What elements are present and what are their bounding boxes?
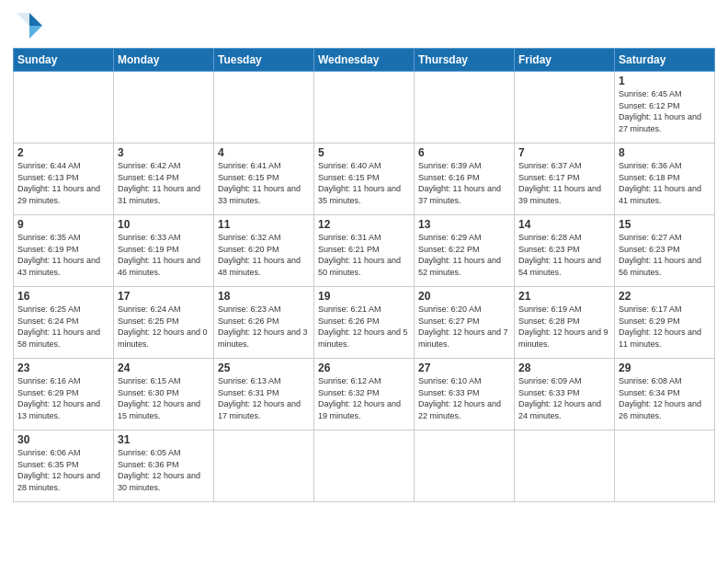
calendar-cell: 24Sunrise: 6:15 AM Sunset: 6:30 PM Dayli… [114, 359, 214, 431]
day-number: 18 [218, 290, 310, 303]
day-info: Sunrise: 6:31 AM Sunset: 6:21 PM Dayligh… [318, 232, 410, 278]
calendar-cell: 22Sunrise: 6:17 AM Sunset: 6:29 PM Dayli… [615, 287, 715, 359]
calendar-cell: 19Sunrise: 6:21 AM Sunset: 6:26 PM Dayli… [314, 287, 415, 359]
calendar-cell [415, 72, 515, 144]
calendar-cell: 30Sunrise: 6:06 AM Sunset: 6:35 PM Dayli… [14, 431, 114, 502]
col-sunday: Sunday [14, 49, 114, 72]
day-info: Sunrise: 6:19 AM Sunset: 6:28 PM Dayligh… [518, 304, 610, 350]
calendar-cell: 15Sunrise: 6:27 AM Sunset: 6:23 PM Dayli… [615, 215, 715, 287]
day-number: 9 [17, 218, 109, 231]
calendar-cell: 16Sunrise: 6:25 AM Sunset: 6:24 PM Dayli… [14, 287, 114, 359]
calendar-cell [214, 72, 314, 144]
col-tuesday: Tuesday [214, 49, 314, 72]
logo [13, 9, 50, 42]
calendar-cell: 3Sunrise: 6:42 AM Sunset: 6:14 PM Daylig… [114, 144, 214, 215]
calendar-body: 1Sunrise: 6:45 AM Sunset: 6:12 PM Daylig… [14, 72, 715, 502]
calendar-week-row: 23Sunrise: 6:16 AM Sunset: 6:29 PM Dayli… [14, 359, 715, 431]
calendar-cell: 25Sunrise: 6:13 AM Sunset: 6:31 PM Dayli… [214, 359, 314, 431]
calendar-cell [515, 72, 615, 144]
day-info: Sunrise: 6:23 AM Sunset: 6:26 PM Dayligh… [218, 304, 310, 350]
calendar-table: Sunday Monday Tuesday Wednesday Thursday… [13, 48, 715, 502]
day-info: Sunrise: 6:21 AM Sunset: 6:26 PM Dayligh… [318, 304, 410, 350]
day-info: Sunrise: 6:27 AM Sunset: 6:23 PM Dayligh… [619, 232, 711, 278]
day-info: Sunrise: 6:12 AM Sunset: 6:32 PM Dayligh… [318, 375, 410, 421]
day-info: Sunrise: 6:32 AM Sunset: 6:20 PM Dayligh… [218, 232, 310, 278]
calendar-cell: 6Sunrise: 6:39 AM Sunset: 6:16 PM Daylig… [415, 144, 515, 215]
calendar-cell: 26Sunrise: 6:12 AM Sunset: 6:32 PM Dayli… [314, 359, 415, 431]
day-number: 12 [318, 218, 410, 231]
calendar-cell: 27Sunrise: 6:10 AM Sunset: 6:33 PM Dayli… [415, 359, 515, 431]
day-info: Sunrise: 6:20 AM Sunset: 6:27 PM Dayligh… [418, 304, 510, 350]
calendar-cell: 13Sunrise: 6:29 AM Sunset: 6:22 PM Dayli… [415, 215, 515, 287]
day-number: 6 [418, 146, 510, 159]
calendar-cell [14, 72, 114, 144]
day-info: Sunrise: 6:36 AM Sunset: 6:18 PM Dayligh… [619, 160, 711, 206]
day-info: Sunrise: 6:05 AM Sunset: 6:36 PM Dayligh… [118, 447, 210, 493]
calendar-cell: 29Sunrise: 6:08 AM Sunset: 6:34 PM Dayli… [615, 359, 715, 431]
day-number: 17 [118, 290, 210, 303]
col-thursday: Thursday [415, 49, 515, 72]
calendar-week-row: 9Sunrise: 6:35 AM Sunset: 6:19 PM Daylig… [14, 215, 715, 287]
day-number: 13 [418, 218, 510, 231]
calendar-cell: 28Sunrise: 6:09 AM Sunset: 6:33 PM Dayli… [515, 359, 615, 431]
day-number: 25 [218, 362, 310, 374]
calendar-week-row: 1Sunrise: 6:45 AM Sunset: 6:12 PM Daylig… [14, 72, 715, 144]
day-number: 27 [418, 362, 510, 374]
day-number: 28 [518, 362, 610, 374]
calendar-week-row: 30Sunrise: 6:06 AM Sunset: 6:35 PM Dayli… [14, 431, 715, 502]
day-number: 4 [218, 146, 310, 159]
calendar-cell: 20Sunrise: 6:20 AM Sunset: 6:27 PM Dayli… [415, 287, 515, 359]
calendar-cell [314, 431, 415, 502]
calendar-cell: 7Sunrise: 6:37 AM Sunset: 6:17 PM Daylig… [515, 144, 615, 215]
calendar-week-row: 2Sunrise: 6:44 AM Sunset: 6:13 PM Daylig… [14, 144, 715, 215]
calendar-cell: 21Sunrise: 6:19 AM Sunset: 6:28 PM Dayli… [515, 287, 615, 359]
day-number: 30 [17, 433, 109, 446]
day-info: Sunrise: 6:16 AM Sunset: 6:29 PM Dayligh… [17, 375, 109, 421]
day-info: Sunrise: 6:15 AM Sunset: 6:30 PM Dayligh… [118, 375, 210, 421]
calendar-cell [515, 431, 615, 502]
day-info: Sunrise: 6:29 AM Sunset: 6:22 PM Dayligh… [418, 232, 510, 278]
calendar-cell: 8Sunrise: 6:36 AM Sunset: 6:18 PM Daylig… [615, 144, 715, 215]
day-info: Sunrise: 6:24 AM Sunset: 6:25 PM Dayligh… [118, 304, 210, 350]
day-info: Sunrise: 6:08 AM Sunset: 6:34 PM Dayligh… [619, 375, 711, 421]
header [13, 9, 715, 42]
page: Sunday Monday Tuesday Wednesday Thursday… [0, 0, 728, 508]
day-number: 23 [17, 362, 109, 374]
calendar-cell: 23Sunrise: 6:16 AM Sunset: 6:29 PM Dayli… [14, 359, 114, 431]
calendar-cell: 1Sunrise: 6:45 AM Sunset: 6:12 PM Daylig… [615, 72, 715, 144]
calendar-cell: 31Sunrise: 6:05 AM Sunset: 6:36 PM Dayli… [114, 431, 214, 502]
day-info: Sunrise: 6:35 AM Sunset: 6:19 PM Dayligh… [17, 232, 109, 278]
day-info: Sunrise: 6:28 AM Sunset: 6:23 PM Dayligh… [518, 232, 610, 278]
day-number: 31 [118, 433, 210, 446]
day-info: Sunrise: 6:33 AM Sunset: 6:19 PM Dayligh… [118, 232, 210, 278]
calendar-cell: 11Sunrise: 6:32 AM Sunset: 6:20 PM Dayli… [214, 215, 314, 287]
day-info: Sunrise: 6:06 AM Sunset: 6:35 PM Dayligh… [17, 447, 109, 493]
calendar-cell: 12Sunrise: 6:31 AM Sunset: 6:21 PM Dayli… [314, 215, 415, 287]
calendar-week-row: 16Sunrise: 6:25 AM Sunset: 6:24 PM Dayli… [14, 287, 715, 359]
calendar-cell: 5Sunrise: 6:40 AM Sunset: 6:15 PM Daylig… [314, 144, 415, 215]
day-number: 15 [619, 218, 711, 231]
day-info: Sunrise: 6:44 AM Sunset: 6:13 PM Dayligh… [17, 160, 109, 206]
day-number: 10 [118, 218, 210, 231]
col-saturday: Saturday [615, 49, 715, 72]
day-number: 29 [619, 362, 711, 374]
day-info: Sunrise: 6:39 AM Sunset: 6:16 PM Dayligh… [418, 160, 510, 206]
day-number: 3 [118, 146, 210, 159]
col-wednesday: Wednesday [314, 49, 415, 72]
calendar-header-row: Sunday Monday Tuesday Wednesday Thursday… [14, 49, 715, 72]
day-number: 7 [518, 146, 610, 159]
day-info: Sunrise: 6:42 AM Sunset: 6:14 PM Dayligh… [118, 160, 210, 206]
calendar-cell: 10Sunrise: 6:33 AM Sunset: 6:19 PM Dayli… [114, 215, 214, 287]
day-number: 14 [518, 218, 610, 231]
calendar-cell: 9Sunrise: 6:35 AM Sunset: 6:19 PM Daylig… [14, 215, 114, 287]
day-info: Sunrise: 6:09 AM Sunset: 6:33 PM Dayligh… [518, 375, 610, 421]
generalblue-logo-icon [13, 9, 46, 42]
col-monday: Monday [114, 49, 214, 72]
calendar-cell: 17Sunrise: 6:24 AM Sunset: 6:25 PM Dayli… [114, 287, 214, 359]
calendar-cell: 4Sunrise: 6:41 AM Sunset: 6:15 PM Daylig… [214, 144, 314, 215]
day-info: Sunrise: 6:37 AM Sunset: 6:17 PM Dayligh… [518, 160, 610, 206]
day-number: 20 [418, 290, 510, 303]
day-info: Sunrise: 6:25 AM Sunset: 6:24 PM Dayligh… [17, 304, 109, 350]
calendar-cell: 18Sunrise: 6:23 AM Sunset: 6:26 PM Dayli… [214, 287, 314, 359]
calendar-cell [114, 72, 214, 144]
